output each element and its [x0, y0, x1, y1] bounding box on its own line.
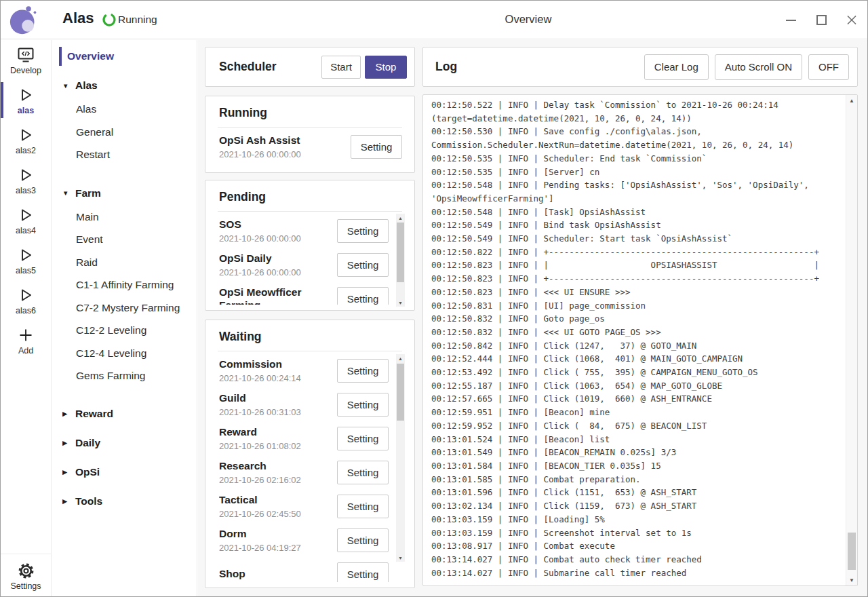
task-setting-button[interactable]: Setting — [337, 287, 389, 305]
rail-item-label: alas4 — [16, 226, 36, 235]
minimize-icon — [786, 20, 796, 21]
log-header-panel: Log Clear Log Auto Scroll ON OFF — [422, 47, 858, 87]
task-row: Reward2021-10-26 01:08:02Setting — [219, 421, 389, 455]
nav-menu: Overview AlasAlasGeneralRestartFarmMainE… — [52, 40, 197, 596]
rail-item-label: alas3 — [16, 186, 36, 195]
stop-button[interactable]: Stop — [365, 56, 407, 79]
scrollbar-thumb[interactable] — [397, 223, 404, 282]
scroll-up-icon[interactable] — [846, 95, 857, 106]
task-time: 2021-10-26 00:24:14 — [219, 373, 321, 383]
nav-item-general[interactable]: General — [52, 121, 197, 144]
task-row: ShopSetting — [219, 557, 389, 582]
rail-item-label: Settings — [10, 581, 41, 591]
waiting-panel: Waiting Commission2021-10-26 00:24:14Set… — [205, 320, 415, 588]
task-name: Research — [219, 459, 321, 472]
task-time: 2021-10-26 04:19:27 — [219, 543, 321, 553]
task-setting-button[interactable]: Setting — [337, 359, 389, 383]
maximize-button[interactable] — [816, 15, 827, 26]
rail-item-alas2[interactable]: alas2 — [1, 120, 51, 160]
task-setting-button[interactable]: Setting — [337, 427, 389, 450]
nav-item-alas[interactable]: Alas — [52, 98, 197, 121]
task-name: OpSi Meowfficer Farming — [219, 286, 321, 305]
nav-item-c7-2-mystery-farming[interactable]: C7-2 Mystery Farming — [52, 296, 197, 320]
rail-item-alas3[interactable]: alas3 — [1, 160, 51, 200]
nav-item-gems-farming[interactable]: Gems Farming — [52, 364, 197, 387]
waiting-task-list: Commission2021-10-26 00:24:14SettingGuil… — [219, 353, 389, 582]
rail-item-alas6[interactable]: alas6 — [1, 280, 51, 320]
start-button[interactable]: Start — [321, 56, 361, 79]
task-info: OpSi Ash Assist2021-10-26 00:00:00 — [219, 134, 321, 159]
log-line: (target=datetime.datetime(2021, 10, 26, … — [431, 112, 844, 126]
chevron-right-icon — [62, 468, 73, 476]
nav-group-label: OpSi — [75, 466, 100, 478]
log-title: Log — [435, 60, 457, 74]
log-line: 00:12:50.823 | INFO | | OPSIASHASSIST | — [431, 258, 844, 272]
task-setting-button[interactable]: Setting — [337, 393, 389, 417]
log-line: 00:12:50.822 | INFO | +-----------------… — [431, 246, 844, 259]
task-name: OpSi Daily — [219, 252, 321, 265]
scroll-down-icon[interactable] — [396, 554, 405, 562]
rail-item-alas[interactable]: alas — [1, 80, 51, 120]
scroll-down-icon[interactable] — [846, 575, 857, 585]
log-line: 00:13:03.159 | INFO | [Loading] 5% — [431, 513, 844, 526]
close-icon — [846, 14, 857, 26]
task-setting-button[interactable]: Setting — [337, 562, 389, 583]
rail-item-alas4[interactable]: alas4 — [1, 200, 51, 240]
rail-item-alas5[interactable]: alas5 — [1, 240, 51, 280]
nav-item-overview[interactable]: Overview — [52, 49, 197, 64]
nav-item-raid[interactable]: Raid — [52, 251, 197, 274]
waiting-title: Waiting — [219, 330, 402, 344]
play-icon — [17, 85, 35, 105]
running-spinner-icon — [102, 12, 117, 27]
log-line: 00:12:55.187 | INFO | Click (1063, 654) … — [431, 379, 844, 393]
rail-item-add[interactable]: Add — [1, 320, 51, 360]
log-buttons: Clear Log Auto Scroll ON OFF — [644, 54, 849, 80]
nav-group-reward[interactable]: Reward — [52, 406, 197, 422]
scheduler-panel: Scheduler Start Stop — [205, 47, 415, 87]
scrollbar-thumb[interactable] — [848, 533, 856, 570]
clear-log-button[interactable]: Clear Log — [644, 54, 709, 80]
log-line: 00:13:01.584 | INFO | [BEACON_TIER 0.035… — [431, 459, 844, 473]
nav-group-daily[interactable]: Daily — [52, 435, 197, 451]
play-icon — [17, 125, 35, 145]
pending-scrollbar[interactable] — [396, 214, 405, 307]
nav-group-alas[interactable]: Alas — [52, 77, 197, 94]
task-setting-button[interactable]: Setting — [337, 495, 389, 518]
task-row: SOS2021-10-26 00:00:00Setting — [219, 214, 389, 248]
rail-item-develop[interactable]: Develop — [1, 40, 51, 80]
nav-item-c1-1-affinity-farming[interactable]: C1-1 Affinity Farming — [52, 273, 197, 296]
nav-group-label: Farm — [75, 187, 101, 199]
auto-scroll-off-button[interactable]: OFF — [808, 54, 849, 80]
task-setting-button[interactable]: Setting — [337, 528, 389, 552]
nav-group-farm[interactable]: Farm — [52, 185, 197, 201]
scroll-down-icon[interactable] — [396, 298, 405, 307]
minimize-button[interactable] — [785, 15, 796, 26]
close-button[interactable] — [846, 15, 857, 26]
task-setting-button[interactable]: Setting — [337, 219, 389, 243]
nav-item-restart[interactable]: Restart — [52, 143, 197, 166]
scroll-up-icon[interactable] — [396, 214, 405, 222]
nav-group-opsi[interactable]: OpSi — [52, 464, 197, 480]
scrollbar-thumb[interactable] — [397, 364, 404, 421]
nav-group-label: Alas — [75, 79, 98, 92]
nav-group-tools[interactable]: Tools — [52, 493, 197, 509]
waiting-scrollbar[interactable] — [396, 354, 405, 562]
log-scrollbar[interactable] — [846, 95, 857, 585]
task-time: 2021-10-26 00:00:00 — [219, 267, 321, 277]
task-name: Shop — [219, 567, 321, 580]
task-info: OpSi Daily2021-10-26 00:00:00 — [219, 252, 321, 277]
task-setting-button[interactable]: Setting — [351, 135, 402, 159]
log-line: 00:12:50.832 | INFO | Goto page_os — [431, 312, 844, 326]
auto-scroll-on-button[interactable]: Auto Scroll ON — [715, 54, 802, 80]
task-info: Research2021-10-26 02:16:02 — [219, 459, 321, 484]
task-setting-button[interactable]: Setting — [337, 253, 389, 277]
scroll-up-icon[interactable] — [396, 354, 405, 362]
nav-item-c12-4-leveling[interactable]: C12-4 Leveling — [52, 342, 197, 365]
nav-item-event[interactable]: Event — [52, 228, 197, 251]
task-setting-button[interactable]: Setting — [337, 461, 389, 484]
nav-item-main[interactable]: Main — [52, 206, 197, 229]
rail-item-settings[interactable]: Settings — [1, 554, 51, 596]
divider — [218, 351, 402, 351]
task-time: 2021-10-26 00:00:00 — [219, 233, 321, 244]
nav-item-c12-2-leveling[interactable]: C12-2 Leveling — [52, 319, 197, 342]
